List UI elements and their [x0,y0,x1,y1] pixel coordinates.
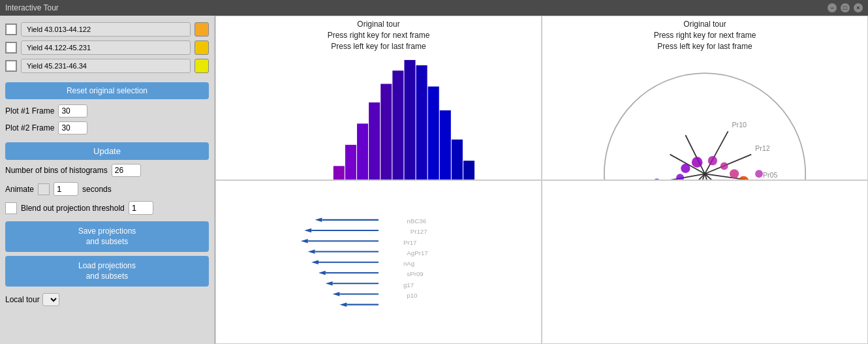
titlebar-controls: − □ × [828,3,863,12]
subset-checkbox-2[interactable] [5,42,17,54]
hist-bar [452,140,463,180]
hist-bar [357,124,368,180]
svg-marker-68 [304,228,311,232]
plot-top-right-title: Original tour Press right key for next f… [654,16,756,53]
svg-text:sPr09: sPr09 [407,270,423,277]
animate-seconds-input[interactable] [54,182,78,196]
svg-point-20 [681,164,690,173]
svg-text:nBC36: nBC36 [407,217,426,225]
plot1-frame-input[interactable] [58,104,87,117]
hist-bar [440,110,451,180]
subset-checkbox-3[interactable] [5,60,17,72]
svg-text:Pr12: Pr12 [755,144,770,152]
sidebar: Yield 43.013-44.122 Yield 44.122-45.231 … [0,16,215,344]
hist-bar [404,60,415,180]
subset-checkbox-1[interactable] [5,23,17,35]
plot-top-right: Original tour Press right key for next f… [542,16,868,180]
plot2-frame-input[interactable] [58,121,87,134]
svg-point-16 [730,170,739,179]
subset-label-btn-1[interactable]: Yield 43.013-44.122 [21,22,191,37]
subset-color-swatch-1[interactable] [194,22,209,37]
svg-marker-78 [326,281,333,285]
svg-point-19 [692,157,703,168]
svg-text:g17: g17 [403,281,414,288]
histogram-canvas [216,53,541,180]
histogram-svg [216,53,541,180]
bins-row: Number of bins of histograms [5,164,209,177]
plot-top-left: Original tour Press right key for next f… [215,16,542,180]
svg-marker-80 [333,292,340,296]
blend-row: Blend out projection threshold [5,201,209,215]
svg-text:Pr17: Pr17 [403,238,417,245]
local-tour-label: Local tour [5,295,40,304]
svg-text:Pr10: Pr10 [732,121,747,129]
maximize-button[interactable]: □ [841,3,850,12]
svg-marker-76 [318,270,326,274]
svg-point-0 [604,74,805,180]
blend-input[interactable] [129,201,153,215]
svg-text:AgPr17: AgPr17 [407,249,427,256]
minimize-button[interactable]: − [828,3,837,12]
svg-point-18 [708,156,717,165]
plot-bottom-left: nBC36 Pr127 Pr17 AgPr17 nAg sPr09 g17 p1… [215,180,542,345]
svg-marker-70 [301,239,308,243]
svg-text:Pr05: Pr05 [763,172,778,180]
scatter-svg: Pr10 Pr12 Pr05 Pr17 Pr09 [542,53,867,180]
blend-checkbox[interactable] [5,202,17,214]
subset-label-btn-3[interactable]: Yield 45.231-46.34 [21,59,191,73]
svg-text:nAg: nAg [403,260,414,267]
svg-point-17 [721,163,728,170]
local-tour-select[interactable] [42,293,59,306]
plot2-frame-label: Plot #2 Frame [5,123,54,133]
axis-star [662,131,759,180]
svg-point-21 [676,174,684,180]
update-button[interactable]: Update [5,142,209,160]
svg-marker-82 [339,302,347,306]
projection-svg: nBC36 Pr127 Pr17 AgPr17 nAg sPr09 g17 p1… [216,181,541,344]
reset-button[interactable]: Reset original selection [5,82,209,99]
hist-bar [333,166,345,180]
hist-bar [345,145,356,180]
subset-row-1: Yield 43.013-44.122 [5,22,209,37]
hist-bar [392,71,403,180]
plot1-frame-row: Plot #1 Frame [5,104,209,117]
subset-label-btn-2[interactable]: Yield 44.122-45.231 [21,40,191,55]
main-layout: Yield 43.013-44.122 Yield 44.122-45.231 … [0,16,868,344]
animate-row: Animate seconds [5,182,209,196]
svg-point-33 [755,170,763,178]
plot-bottom-right [542,180,868,345]
svg-marker-72 [308,249,315,253]
plot-top-left-title: Original tour Press right key for next f… [328,16,430,53]
titlebar: Interactive Tour − □ × [0,0,868,16]
blend-label: Blend out projection threshold [21,204,125,213]
bins-label: Number of bins of histograms [5,166,108,175]
hist-bar [380,84,392,180]
bins-input[interactable] [112,164,141,177]
animate-label: Animate [5,185,34,194]
subset-row-2: Yield 44.122-45.231 [5,40,209,55]
svg-text:Pr127: Pr127 [411,228,427,235]
svg-marker-66 [315,217,322,221]
hist-bar [416,65,427,180]
content: Original tour Press right key for next f… [215,16,868,344]
subset-color-swatch-3[interactable] [194,59,209,73]
plot1-frame-label: Plot #1 Frame [5,106,54,116]
animate-seconds-label: seconds [82,185,112,194]
hist-bar [463,161,474,180]
hist-bar [369,102,380,180]
close-button[interactable]: × [854,3,863,12]
projection-canvas: nBC36 Pr127 Pr17 AgPr17 nAg sPr09 g17 p1… [216,181,541,344]
scatter-canvas: Pr10 Pr12 Pr05 Pr17 Pr09 [542,53,867,180]
load-button[interactable]: Load projectionsand subsets [5,256,209,287]
svg-text:p10: p10 [407,291,418,298]
animate-checkbox[interactable] [38,183,50,195]
hist-bar [428,87,439,180]
plot2-frame-row: Plot #2 Frame [5,121,209,134]
save-button[interactable]: Save projectionsand subsets [5,221,209,252]
projection-arrows [301,217,379,306]
subset-color-swatch-2[interactable] [194,40,209,55]
subset-row-3: Yield 45.231-46.34 [5,59,209,73]
svg-marker-74 [311,260,318,264]
titlebar-title: Interactive Tour [5,3,59,12]
